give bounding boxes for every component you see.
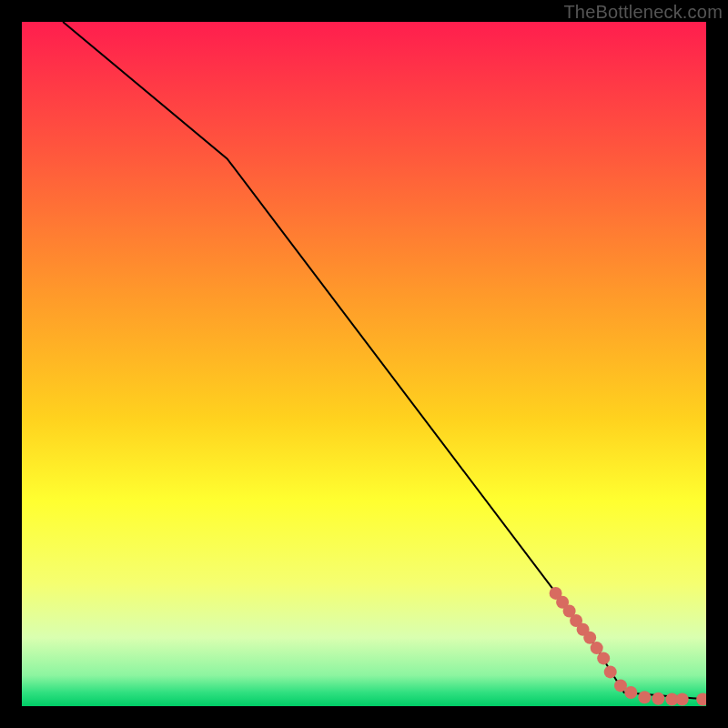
chart-container: TheBottleneck.com [0,0,728,728]
gradient-background [22,22,706,706]
data-point [676,693,689,706]
watermark-label: TheBottleneck.com [563,2,723,23]
data-point [652,693,664,705]
data-point [624,686,637,699]
data-point [604,665,617,678]
chart-svg [22,22,706,706]
plot-area [22,22,706,706]
data-point [638,691,651,703]
data-point [597,652,610,664]
